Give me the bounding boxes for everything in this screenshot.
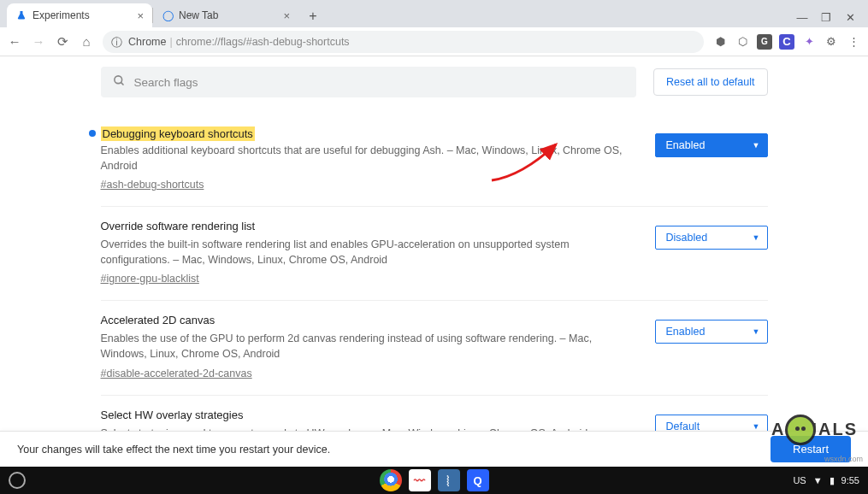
restart-banner: Your changes will take effect the next t… <box>0 431 868 467</box>
toolbar: ← → ⟳ ⌂ ⓘ Chrome | chrome://flags/#ash-d… <box>0 27 868 56</box>
flag-title: Select HW overlay strategies <box>101 408 638 424</box>
menu-icon[interactable]: ⋮ <box>846 34 861 50</box>
ext-c-icon[interactable]: C <box>779 34 794 50</box>
close-icon[interactable]: × <box>137 9 144 22</box>
flag-title: Debugging keyboard shortcuts <box>101 126 255 141</box>
url-path: chrome://flags/#ash-debug-shortcuts <box>176 36 350 48</box>
flag-select[interactable]: Default▼ <box>655 415 768 431</box>
flag-hash-link[interactable]: #disable-accelerated-2d-canvas <box>101 368 252 379</box>
reload-button[interactable]: ⟳ <box>55 34 70 50</box>
shield-icon[interactable]: ⬢ <box>712 34 728 50</box>
close-icon[interactable]: × <box>283 9 290 22</box>
tab-title: New Tab <box>179 9 218 21</box>
mascot-icon <box>785 415 816 445</box>
tab-strip: Experiments × ◯ New Tab × + — ❐ ✕ <box>0 0 868 27</box>
tab-newtab[interactable]: ◯ New Tab × <box>153 3 298 27</box>
back-button[interactable]: ← <box>7 34 22 50</box>
chevron-down-icon: ▼ <box>753 422 760 431</box>
home-button[interactable]: ⌂ <box>79 34 94 50</box>
close-window-icon[interactable]: ✕ <box>844 11 856 24</box>
forward-button[interactable]: → <box>31 34 46 50</box>
shelf-apps: 〰 ⦚ Q <box>380 469 489 491</box>
minimize-icon[interactable]: — <box>796 11 808 24</box>
flag-select[interactable]: Disabled▼ <box>655 226 768 250</box>
new-tab-button[interactable]: + <box>302 5 324 27</box>
chevron-down-icon: ▼ <box>753 327 760 336</box>
search-placeholder: Search flags <box>134 76 198 89</box>
globe-icon: ◯ <box>162 9 174 21</box>
tab-experiments[interactable]: Experiments × <box>7 3 152 27</box>
flag-desc: Overrides the built-in software renderin… <box>101 237 638 268</box>
flag-select[interactable]: Enabled▼ <box>655 133 768 157</box>
flag-row: Debugging keyboard shortcutsEnables addi… <box>101 115 768 207</box>
launcher-button[interactable] <box>9 472 26 489</box>
flag-select-value: Enabled <box>666 139 706 151</box>
extension-icons: ⬢ ⬡ G C ✦ ⚙ ⋮ <box>712 34 861 50</box>
shelf: 〰 ⦚ Q US ▼ ▮ 9:55 <box>0 467 868 494</box>
flag-select-value: Disabled <box>666 232 708 244</box>
flag-row: Accelerated 2D canvasEnables the use of … <box>101 301 768 395</box>
flag-select-value: Enabled <box>666 326 706 338</box>
address-bar[interactable]: ⓘ Chrome | chrome://flags/#ash-debug-sho… <box>103 31 704 53</box>
url-origin: Chrome <box>128 36 166 48</box>
svg-point-0 <box>114 76 121 84</box>
flag-row: Override software rendering listOverride… <box>101 207 768 301</box>
search-input[interactable]: Search flags <box>101 67 636 97</box>
ime-indicator: US <box>793 475 806 485</box>
tab-title: Experiments <box>32 9 90 21</box>
flag-select[interactable]: Enabled▼ <box>655 320 768 344</box>
chevron-down-icon: ▼ <box>753 233 760 242</box>
chevron-down-icon: ▼ <box>753 141 760 150</box>
svg-line-1 <box>121 82 123 85</box>
flag-select-value: Default <box>666 420 700 431</box>
flag-desc: Enables additional keyboard shortcuts th… <box>101 143 638 173</box>
app3-icon[interactable]: ⦚ <box>438 469 460 491</box>
reset-button[interactable]: Reset all to default <box>653 68 768 96</box>
shelf-status[interactable]: US ▼ ▮ 9:55 <box>793 475 859 486</box>
source-mark: wsxdn.com <box>824 455 863 463</box>
puzzle-icon[interactable]: ✦ <box>801 34 817 50</box>
ext-g-icon[interactable]: G <box>757 34 772 50</box>
clock: 9:55 <box>841 475 859 485</box>
flag-row: Select HW overlay strategiesSelect strat… <box>101 396 768 431</box>
flag-title: Accelerated 2D canvas <box>101 313 638 329</box>
search-icon <box>113 74 126 90</box>
gear-icon[interactable]: ⚙ <box>824 34 839 50</box>
shield2-icon[interactable]: ⬡ <box>735 34 750 50</box>
maximize-icon[interactable]: ❐ <box>820 11 832 24</box>
app2-icon[interactable]: 〰 <box>409 469 431 491</box>
flag-hash-link[interactable]: #ash-debug-shortcuts <box>101 179 204 191</box>
app4-icon[interactable]: Q <box>467 469 489 491</box>
page: Search flags Reset all to default Debugg… <box>0 56 868 431</box>
flask-icon <box>15 9 27 21</box>
banner-text: Your changes will take effect the next t… <box>17 444 330 456</box>
wifi-icon: ▼ <box>813 475 823 485</box>
flag-hash-link[interactable]: #ignore-gpu-blacklist <box>101 273 199 285</box>
flag-desc: Enables the use of the GPU to perform 2d… <box>101 331 638 362</box>
battery-icon: ▮ <box>830 475 835 486</box>
chrome-app-icon[interactable] <box>380 469 402 491</box>
window-controls: — ❐ ✕ <box>796 11 861 27</box>
watermark: A PUALS <box>771 420 858 439</box>
flag-title: Override software rendering list <box>101 219 638 235</box>
info-icon: ⓘ <box>111 36 123 48</box>
